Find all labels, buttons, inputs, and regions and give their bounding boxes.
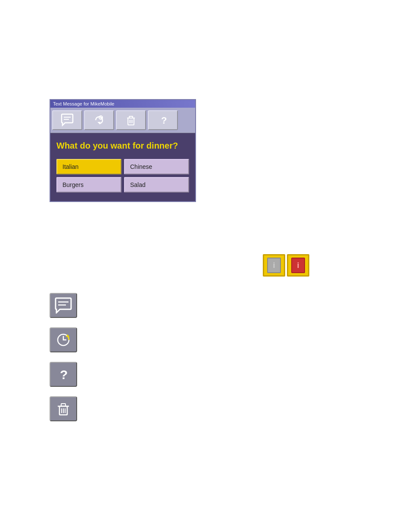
choice-italian[interactable]: Italian	[56, 159, 121, 174]
large-chat-icon[interactable]	[50, 293, 77, 318]
svg-rect-19	[61, 404, 65, 406]
phone-toolbar: ↺ ?	[50, 108, 195, 133]
phone-body: What do you want for dinner? Italian Chi…	[50, 133, 195, 201]
info-tiles: i i	[263, 254, 309, 277]
svg-rect-7	[129, 116, 133, 118]
choice-chinese[interactable]: Chinese	[124, 159, 189, 174]
svg-text:↺: ↺	[100, 116, 103, 120]
svg-text:?: ?	[161, 115, 167, 126]
choice-burgers[interactable]: Burgers	[56, 177, 121, 193]
large-help-icon[interactable]: ?	[50, 362, 77, 387]
toolbar-refresh-button[interactable]: ↺	[84, 110, 114, 130]
large-trash-icon[interactable]	[50, 396, 77, 421]
toolbar-help-button[interactable]: ?	[148, 110, 178, 130]
toolbar-trash-button[interactable]	[116, 110, 146, 130]
phone-title: Text Message for MikeMobile	[53, 101, 114, 106]
phone-widget: Text Message for MikeMobile ↺	[50, 99, 196, 202]
large-refresh-icon[interactable]	[50, 327, 77, 352]
choice-salad[interactable]: Salad	[124, 177, 189, 193]
phone-question: What do you want for dinner?	[56, 140, 189, 151]
phone-title-bar: Text Message for MikeMobile	[50, 100, 195, 108]
phone-choices: Italian Chinese Burgers Salad	[56, 159, 189, 193]
info-tile-red[interactable]: i	[287, 254, 309, 277]
svg-text:?: ?	[60, 367, 68, 382]
info-tile-white[interactable]: i	[263, 254, 285, 277]
toolbar-chat-button[interactable]	[52, 110, 82, 130]
